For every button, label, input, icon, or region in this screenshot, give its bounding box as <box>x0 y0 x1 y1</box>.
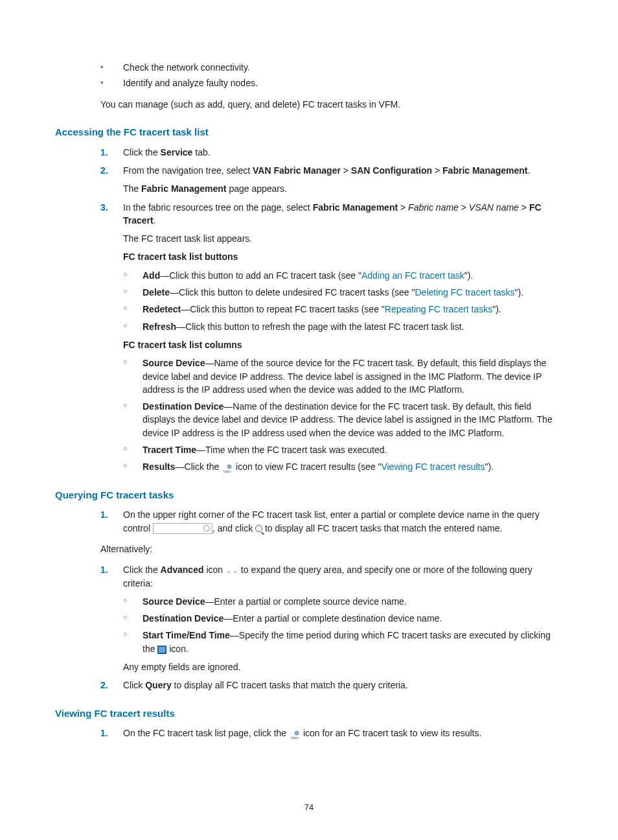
bullet-item: Check the network connectivity. <box>100 61 563 74</box>
sub-paragraph: The Fabric Management page appears. <box>123 182 563 195</box>
bold-text: Source Device <box>143 358 205 368</box>
step-2: 2. From the navigation tree, select VAN … <box>100 164 563 177</box>
text: . <box>154 215 156 226</box>
bold-text: Fabric Management <box>141 183 226 194</box>
bold-text: Source Device <box>143 596 205 607</box>
document-page: Check the network connectivity. Identify… <box>0 0 618 840</box>
step-number: 2. <box>100 679 108 692</box>
bold-text: VAN Fabric Manager <box>253 165 341 176</box>
text: . <box>528 165 531 176</box>
text: "). <box>492 304 501 314</box>
text: , and click <box>212 523 255 533</box>
text: In the fabric resources tree on the page… <box>123 202 313 213</box>
view-step-1: 1. On the FC tracert task list page, cli… <box>100 727 563 740</box>
double-chevron-down-icon: ⌄⌄ <box>225 565 238 576</box>
link-adding-task[interactable]: Adding an FC tracert task <box>361 270 464 281</box>
text: —Click this button to refresh the page w… <box>176 321 464 332</box>
heading-querying: Querying FC tracert tasks <box>55 488 563 502</box>
alt-step-1: 1. Click the Advanced icon ⌄⌄ to expand … <box>100 563 563 590</box>
calendar-icon <box>157 646 166 654</box>
list-item-destination-device: Destination Device—Name of the destinati… <box>123 400 563 439</box>
list-item-redetect: Redetect—Click this button to repeat FC … <box>123 303 563 316</box>
svg-point-0 <box>227 465 231 469</box>
link-deleting-tasks[interactable]: Deleting FC tracert tasks <box>415 287 515 298</box>
text: Click the <box>123 147 161 158</box>
criteria-destination: Destination Device—Enter a partial or co… <box>123 612 563 625</box>
subheading-buttons: FC tracert task list buttons <box>123 250 563 263</box>
list-item-tracert-time: Tracert Time—Time when the FC tracert ta… <box>123 443 563 456</box>
italic-text: Fabric name <box>408 202 459 213</box>
text: to display all FC tracert tasks that mat… <box>172 680 408 690</box>
text: page appears. <box>227 183 287 194</box>
bold-text: Redetect <box>143 304 181 314</box>
text: —Time when the FC tracert task was execu… <box>196 445 387 455</box>
text: > <box>432 165 442 176</box>
text: —Enter a partial or complete source devi… <box>205 596 407 607</box>
text: The <box>123 183 141 194</box>
svg-text:topo: topo <box>223 469 231 473</box>
bold-text: Refresh <box>143 321 176 332</box>
query-step-1: 1. On the upper right corner of the FC t… <box>100 508 563 535</box>
paragraph-alternatively: Alternatively: <box>100 542 563 555</box>
bold-text: Destination Device <box>143 401 223 412</box>
bold-text: Query <box>145 680 171 690</box>
text: icon to view FC tracert results (see " <box>236 461 381 472</box>
bold-text: Service <box>161 147 193 158</box>
bold-text: Results <box>143 461 176 472</box>
subheading-columns: FC tracert task list columns <box>123 338 563 351</box>
italic-text: VSAN name <box>469 202 519 213</box>
bold-text: Add <box>143 270 160 281</box>
step-number: 2. <box>100 164 108 177</box>
heading-accessing: Accessing the FC tracert task list <box>55 125 563 139</box>
step-3: 3. In the fabric resources tree on the p… <box>100 201 563 228</box>
step-number: 3. <box>100 201 108 214</box>
text: —Click this button to delete undesired F… <box>170 287 415 298</box>
bold-text: Delete <box>143 287 170 298</box>
text: —Click this button to repeat FC tracert … <box>181 304 385 314</box>
text: Click the <box>123 565 161 575</box>
step-number: 1. <box>100 508 108 521</box>
text: On the FC tracert task list page, click … <box>123 728 289 738</box>
text: tab. <box>192 147 210 158</box>
bold-text: Advanced <box>161 565 204 575</box>
text: > <box>398 202 408 213</box>
step-number: 1. <box>100 563 108 576</box>
text: > <box>341 165 351 176</box>
list-item-delete: Delete—Click this button to delete undes… <box>123 286 563 299</box>
heading-viewing: Viewing FC tracert results <box>55 706 563 721</box>
text: —Click this button to add an FC tracert … <box>160 270 361 281</box>
alt-step-2: 2. Click Query to display all FC tracert… <box>100 679 563 692</box>
text: —Enter a partial or complete destination… <box>223 613 442 624</box>
bold-text: Fabric Management <box>313 202 398 213</box>
link-viewing-results[interactable]: Viewing FC tracert results <box>381 461 485 472</box>
step-1: 1. Click the Service tab. <box>100 146 563 159</box>
text: From the navigation tree, select <box>123 165 253 176</box>
topo-icon: topo <box>222 463 233 472</box>
bullet-item: Identify and analyze faulty nodes. <box>100 76 563 89</box>
text: > <box>459 202 469 213</box>
text: icon. <box>169 644 189 654</box>
criteria-source: Source Device—Enter a partial or complet… <box>123 595 563 608</box>
text: —Click the <box>176 461 222 472</box>
topo-icon: topo <box>289 730 301 739</box>
search-box-icon <box>153 523 212 534</box>
svg-text:topo: topo <box>291 736 299 740</box>
sub-paragraph: The FC tracert task list appears. <box>123 232 563 245</box>
bold-text: Start Time/End Time <box>143 630 230 640</box>
link-repeating-tasks[interactable]: Repeating FC tracert tasks <box>385 304 493 314</box>
page-number: 74 <box>0 802 618 814</box>
text: > <box>519 202 529 213</box>
list-item-results: Results—Click the topo icon to view FC t… <box>123 460 563 473</box>
bold-text: SAN Configuration <box>351 165 432 176</box>
magnifier-icon <box>255 525 262 532</box>
text: "). <box>515 287 524 298</box>
text: icon <box>204 565 225 575</box>
bold-text: Destination Device <box>143 613 223 624</box>
step-number: 1. <box>100 146 108 159</box>
text: "). <box>464 270 474 281</box>
bold-text: Tracert Time <box>143 445 196 455</box>
text: "). <box>485 461 494 472</box>
paragraph: You can manage (such as add, query, and … <box>100 98 563 111</box>
text: icon for an FC tracert task to view its … <box>303 728 481 738</box>
paragraph-ignored: Any empty fields are ignored. <box>123 660 563 673</box>
